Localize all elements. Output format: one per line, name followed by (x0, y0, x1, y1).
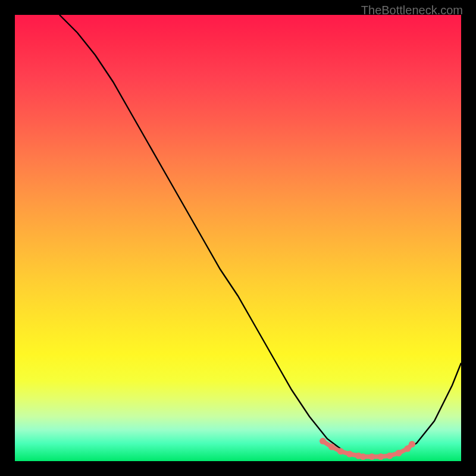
watermark-text: TheBottleneck.com (361, 4, 463, 17)
chart-curve-layer (15, 15, 461, 461)
plot-area (15, 15, 461, 461)
curve-highlight-segments (323, 441, 412, 456)
svg-line-22 (408, 444, 412, 449)
curve-line (60, 15, 461, 457)
